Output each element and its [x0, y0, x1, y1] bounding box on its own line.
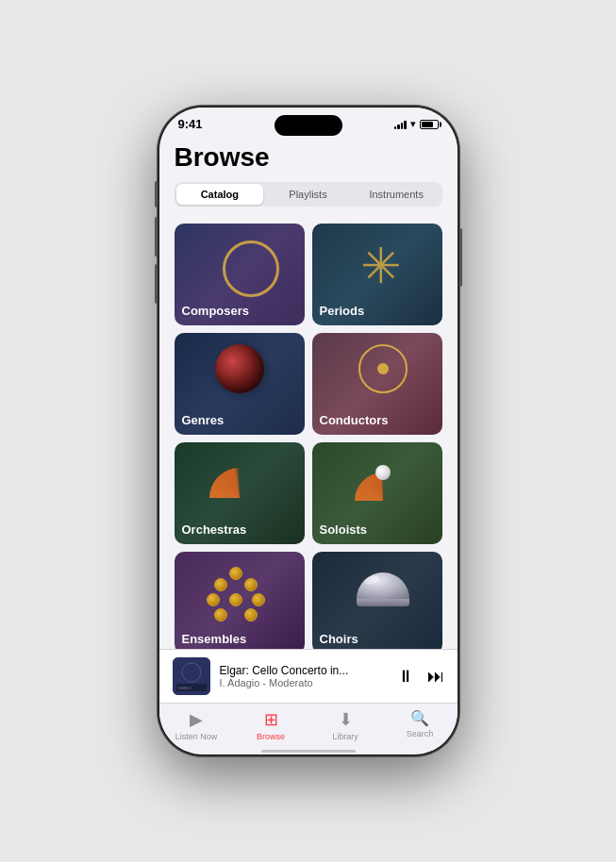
tab-nav-label-library: Library [332, 732, 358, 741]
signal-icon [394, 120, 407, 129]
browse-header: Browse Catalog Playlists Instruments [159, 135, 458, 216]
tab-nav-library[interactable]: ⬇ Library [308, 709, 383, 741]
grid-item-choirs[interactable]: Choirs [312, 552, 442, 649]
grid-item-label-periods: Periods [320, 304, 365, 318]
library-icon: ⬇ [339, 709, 353, 730]
browse-grid: Composers ✳ Periods Genres [159, 216, 458, 649]
mini-player-art-inner: SHEKU [173, 657, 210, 695]
tab-nav-label-listen-now: Listen Now [175, 732, 218, 741]
search-icon: 🔍 [410, 709, 429, 727]
grid-item-periods[interactable]: ✳ Periods [312, 224, 442, 325]
dynamic-island [275, 115, 342, 136]
page-title: Browse [175, 142, 442, 173]
mini-player-info: Elgar: Cello Concerto in... I. Adagio - … [220, 664, 388, 688]
status-time: 9:41 [178, 117, 203, 131]
phone-screen: 9:41 ▾ Browse Catalo [159, 108, 458, 754]
grid-item-composers[interactable]: Composers [175, 224, 305, 325]
tab-instruments[interactable]: Instruments [353, 184, 441, 205]
grid-item-label-ensembles: Ensembles [182, 632, 247, 646]
grid-item-genres[interactable]: Genres [175, 333, 305, 435]
grid-item-label-genres: Genres [182, 413, 225, 427]
skip-forward-button[interactable]: ⏭ [427, 667, 444, 687]
wifi-icon: ▾ [410, 118, 416, 130]
grid-item-conductors[interactable]: Conductors [312, 333, 442, 435]
content-area: Browse Catalog Playlists Instruments Com… [159, 135, 458, 649]
status-icons: ▾ [394, 118, 439, 130]
tab-catalog[interactable]: Catalog [176, 184, 264, 205]
home-indicator [159, 751, 458, 754]
ensembles-decoration [207, 567, 273, 633]
tab-navigation: ▶ Listen Now ⊞ Browse ⬇ Library 🔍 Search [159, 703, 458, 751]
browse-icon: ⊞ [264, 709, 278, 730]
grid-item-label-composers: Composers [182, 304, 250, 318]
tab-nav-label-search: Search [407, 729, 434, 738]
tab-nav-search[interactable]: 🔍 Search [383, 709, 458, 741]
segment-control: Catalog Playlists Instruments [175, 182, 442, 207]
phone-frame: 9:41 ▾ Browse Catalo [158, 106, 459, 756]
grid-item-label-soloists: Soloists [320, 522, 368, 537]
mini-player-subtitle: I. Adagio - Moderato [220, 677, 388, 688]
grid-item-orchestras[interactable]: Orchestras [175, 442, 305, 544]
battery-icon [420, 120, 439, 129]
status-bar: 9:41 ▾ [159, 108, 458, 135]
tab-playlists[interactable]: Playlists [264, 184, 352, 205]
tab-nav-listen-now[interactable]: ▶ Listen Now [159, 709, 234, 741]
grid-item-label-choirs: Choirs [320, 632, 358, 646]
mini-player-controls: ⏸ ⏭ [397, 667, 444, 687]
mini-player[interactable]: SHEKU Elgar: Cello Concerto in... I. Ada… [159, 649, 458, 703]
grid-item-label-conductors: Conductors [320, 413, 389, 427]
listen-now-icon: ▶ [190, 709, 203, 730]
mini-player-artwork: SHEKU [173, 657, 210, 695]
grid-item-label-orchestras: Orchestras [182, 522, 247, 537]
tab-nav-label-browse: Browse [257, 732, 285, 741]
mini-player-title: Elgar: Cello Concerto in... [220, 664, 388, 677]
pause-button[interactable]: ⏸ [397, 667, 414, 687]
tab-nav-browse[interactable]: ⊞ Browse [234, 709, 308, 741]
grid-item-ensembles[interactable]: Ensembles [175, 552, 305, 649]
svg-text:SHEKU: SHEKU [178, 686, 191, 690]
grid-item-soloists[interactable]: Soloists [312, 442, 442, 544]
